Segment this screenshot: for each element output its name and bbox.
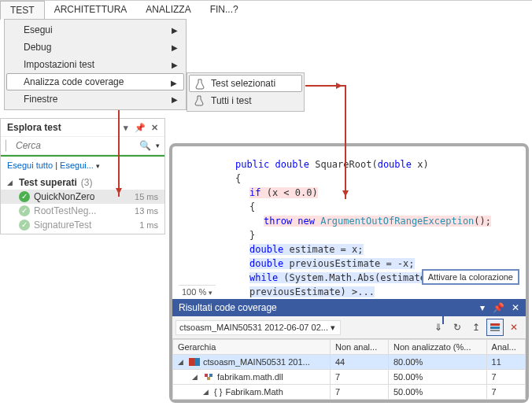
code-editor-pane: public double SquareRoot(double x) { if …	[169, 143, 529, 403]
annotation-arrow	[345, 85, 346, 199]
chevron-right-icon: ▶	[172, 61, 178, 69]
menu-item-code-coverage[interactable]: Analizza code coverage▶	[6, 73, 184, 90]
dropdown-icon[interactable]: ▾	[480, 302, 485, 313]
svg-rect-7	[209, 374, 212, 377]
collapse-icon[interactable]: ◢	[203, 388, 211, 396]
import-icon[interactable]: ⇓	[430, 319, 447, 336]
run-links: Esegui tutto | Esegui... ▾	[1, 157, 164, 174]
namespace-icon: { }	[214, 387, 222, 397]
pass-icon: ✓	[19, 220, 30, 231]
zoom-level[interactable]: 100 % ▾	[179, 285, 216, 298]
menu-item-settings[interactable]: Impostazioni test▶	[6, 56, 184, 73]
menu-fin[interactable]: FIN...?	[201, 1, 248, 20]
pin-icon[interactable]: 📌	[135, 123, 146, 132]
test-item[interactable]: ✓ SignatureTest1 ms	[1, 218, 164, 232]
chevron-right-icon: ▶	[171, 79, 177, 87]
menu-item-windows[interactable]: Finestre▶	[6, 90, 184, 108]
flask-icon	[194, 79, 205, 90]
pane-title: Risultati code coverage	[179, 302, 277, 313]
chevron-right-icon: ▶	[172, 26, 178, 35]
link-run[interactable]: Esegui...	[60, 161, 94, 170]
menu-analyze[interactable]: ANALIZZA	[136, 1, 200, 20]
svg-rect-6	[205, 374, 208, 377]
assembly-icon	[203, 373, 214, 381]
submenu-all-tests[interactable]: Tutti i test	[189, 92, 302, 109]
test-item[interactable]: ✓ RootTestNeg...13 ms	[1, 204, 164, 218]
pass-icon: ✓	[19, 191, 30, 202]
close-icon[interactable]: ✕	[512, 302, 519, 313]
refresh-icon[interactable]: ↻	[449, 319, 466, 336]
pane-title: Esplora test	[7, 122, 61, 133]
test-menu-dropdown: Esegui▶ Debug▶ Impostazioni test▶ Analiz…	[4, 19, 187, 110]
menu-test[interactable]: TEST	[0, 1, 45, 20]
run-icon[interactable]	[6, 139, 6, 152]
pin-icon[interactable]: 📌	[493, 302, 504, 313]
svg-rect-2	[490, 327, 500, 329]
collapse-icon[interactable]: ◢	[192, 373, 200, 381]
annotation-arrow	[305, 85, 345, 87]
table-header: Gerarchia Non anal... Non analizzato (%.…	[173, 340, 526, 355]
svg-rect-1	[490, 323, 500, 326]
pass-icon: ✓	[19, 205, 30, 216]
close-icon[interactable]: ✕	[151, 123, 158, 132]
callout-enable-coloring: Attivare la colorazione	[422, 269, 519, 285]
svg-rect-3	[490, 330, 500, 331]
search-dropdown-icon[interactable]: ▾	[156, 142, 160, 149]
table-row[interactable]: ◢ ctsoasm_MAIN50531 201... 4480.00%11	[173, 355, 526, 370]
test-explorer-pane: Esplora test ▾ 📌 ✕ 🔍 ▾ Esegui tutto | Es…	[0, 118, 165, 234]
submenu-selected-tests[interactable]: Test selezionati	[189, 75, 302, 92]
menu-item-run[interactable]: Esegui▶	[6, 21, 184, 39]
test-item[interactable]: ✓ QuickNonZero15 ms	[1, 190, 164, 204]
toggle-coloring-button[interactable]	[486, 319, 504, 336]
chevron-right-icon: ▶	[172, 95, 178, 104]
menu-item-debug[interactable]: Debug▶	[6, 39, 184, 56]
svg-rect-5	[194, 358, 200, 366]
annotation-arrow	[118, 98, 120, 197]
coverage-block-icon	[189, 358, 200, 366]
link-run-all[interactable]: Esegui tutto	[7, 161, 53, 170]
coverage-submenu: Test selezionati Tutti i test	[187, 72, 305, 112]
search-icon[interactable]: 🔍	[139, 140, 151, 151]
coverage-results-pane: Risultati code coverage ▾ 📌 ✕ ctsoasm_MA…	[172, 299, 526, 400]
list-icon[interactable]	[11, 139, 12, 152]
search-input[interactable]	[16, 140, 135, 151]
collapse-icon[interactable]: ◢	[178, 358, 186, 366]
callout-connector	[442, 299, 444, 324]
test-group-header[interactable]: ◢ Test superati(3)	[1, 175, 164, 190]
dropdown-icon[interactable]: ▾	[124, 123, 128, 132]
menu-architecture[interactable]: ARCHITETTURA	[45, 1, 137, 20]
collapse-icon[interactable]: ◢	[7, 179, 15, 186]
flask-icon	[194, 95, 205, 106]
svg-rect-4	[189, 358, 194, 366]
table-row[interactable]: ◢ fabrikam.math.dll 750.00%7	[173, 370, 526, 385]
code-content: public double SquareRoot(double x) { if …	[172, 146, 526, 321]
export-icon[interactable]: ↥	[467, 319, 485, 336]
svg-rect-8	[207, 377, 210, 380]
delete-icon[interactable]: ✕	[505, 319, 523, 336]
coverage-run-selector[interactable]: ctsoasm_MAIN50531 2012-06-07 02... ▾	[175, 320, 341, 335]
chevron-right-icon: ▶	[172, 43, 178, 52]
table-row[interactable]: ◢ { } Fabrikam.Math 750.00%7	[173, 385, 526, 400]
